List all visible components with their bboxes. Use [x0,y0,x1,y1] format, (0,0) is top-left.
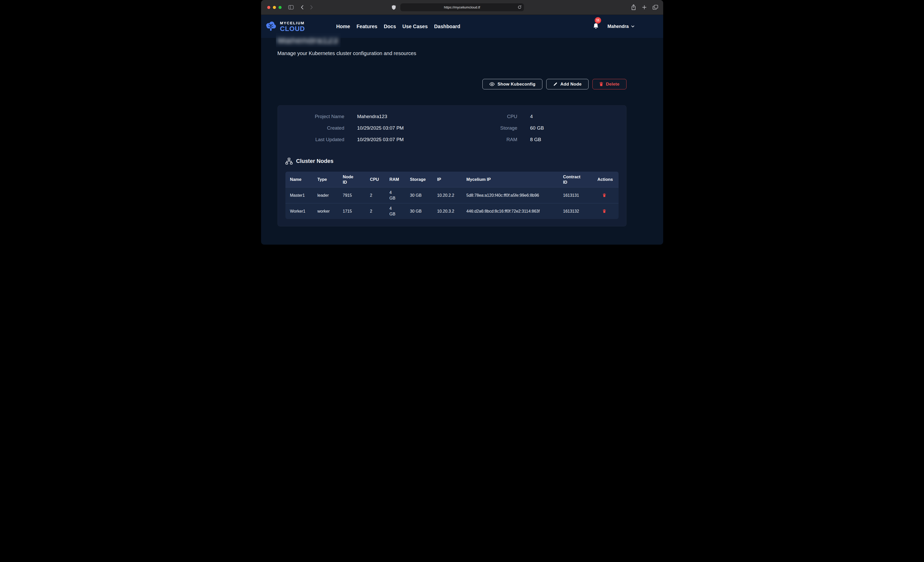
chrome-toolbar-right [631,4,658,11]
cell-contract-id: 1613131 [558,193,593,198]
main-content: Mahendra123 Manage your Kubernetes clust… [261,34,663,226]
info-row: Project Name Mahendra123 [285,114,452,121]
forward-icon[interactable] [310,5,313,10]
user-name: Mahendra [608,24,629,29]
cell-contract-id: 1613132 [558,209,593,214]
window-zoom-button[interactable] [279,6,282,9]
browser-chrome: https://myceliumcloud.tf [261,0,663,15]
info-row: Created 10/29/2025 03:07 PM [285,125,452,133]
new-tab-icon[interactable] [642,5,646,10]
cell-ram: 4 GB [385,190,405,201]
info-value: 4 [530,114,533,120]
show-kubeconfig-button[interactable]: Show Kubeconfig [482,79,542,90]
cell-storage: 30 GB [405,193,433,198]
browser-window: https://myceliumcloud.tf [261,0,663,245]
logo-line1: MYCELIUM [280,21,305,25]
cluster-card: Project Name Mahendra123 Created 10/29/2… [278,105,627,226]
cluster-info: Project Name Mahendra123 Created 10/29/2… [285,114,619,145]
info-label: Last Updated [285,137,344,142]
window-minimize-button[interactable] [273,6,276,9]
info-row: CPU 4 [452,114,619,121]
info-label: CPU [452,114,517,120]
navbar-right: 11 Mahendra [593,23,634,30]
delete-node-button[interactable] [603,209,606,213]
cell-storage: 30 GB [405,209,433,214]
cell-type: leader [313,193,338,198]
logo-text: MYCELIUM CLOUD [280,21,305,32]
nav-link-dashboard[interactable]: Dashboard [434,24,460,30]
info-value: 10/29/2025 03:07 PM [357,125,404,131]
tab-overview-icon[interactable] [652,5,658,11]
notifications-button[interactable]: 11 [593,23,599,30]
cell-ip: 10.20.3.2 [433,209,462,214]
column-header-storage: Storage [405,177,433,182]
column-header-node-id: Node ID [338,174,366,185]
cell-node-id: 7915 [338,193,366,198]
column-header-mycelium-ip: Mycelium IP [462,177,558,182]
info-row: Storage 60 GB [452,125,619,133]
cell-ram: 4 GB [385,206,405,217]
nav-link-use-cases[interactable]: Use Cases [402,24,428,30]
info-value: 8 GB [530,137,541,142]
nav-link-docs[interactable]: Docs [384,24,396,30]
nav-links: Home Features Docs Use Cases Dashboard [336,24,460,30]
info-row: Last Updated 10/29/2025 03:07 PM [285,137,452,145]
info-label: Storage [452,125,517,131]
show-kubeconfig-label: Show Kubeconfig [498,82,536,87]
chevron-down-icon [631,25,634,28]
cell-mycelium-ip: 5d8:78ea:a120:f40c:ff0f:a5fe:99e6:8b96 [462,193,558,198]
table-row: Master1 leader 7915 2 4 GB 30 GB 10.20.2… [285,187,619,203]
column-header-actions: Actions [593,177,619,182]
privacy-shield-icon[interactable] [392,5,396,10]
info-label: Created [285,125,344,131]
pencil-icon [553,82,558,86]
column-header-type: Type [313,177,338,182]
info-label: RAM [452,137,517,142]
cluster-info-left: Project Name Mahendra123 Created 10/29/2… [285,114,452,145]
sidebar-toggle-icon[interactable] [288,5,294,9]
eye-icon [489,82,495,86]
trash-icon [603,193,606,197]
cluster-actions: Show Kubeconfig Add Node Delete [278,79,627,90]
table-header-row: Name Type Node ID CPU RAM Storage IP Myc… [285,172,619,187]
delete-cluster-button[interactable]: Delete [592,79,627,90]
logo-line2: CLOUD [280,25,305,32]
nav-link-features[interactable]: Features [357,24,377,30]
cell-node-id: 1715 [338,209,366,214]
nav-link-home[interactable]: Home [336,24,350,30]
bell-icon [593,23,599,29]
cell-name: Master1 [285,193,313,198]
cluster-info-right: CPU 4 Storage 60 GB RAM 8 GB [452,114,619,145]
cell-name: Worker1 [285,209,313,214]
column-header-contract-id: Contract ID [558,174,593,185]
cluster-nodes-header: Cluster Nodes [285,158,619,164]
logo-icon [265,21,277,32]
cell-cpu: 2 [366,193,385,198]
reload-icon[interactable] [518,5,522,10]
share-icon[interactable] [631,4,636,11]
cell-type: worker [313,209,338,214]
window-close-button[interactable] [267,6,270,9]
cell-mycelium-ip: 446:d2a6:8bcd:8c16:ff0f:72e2:3114:863f [462,209,558,214]
column-header-cpu: CPU [366,177,385,182]
delete-node-button[interactable] [603,193,606,197]
trash-icon [599,82,603,86]
user-menu[interactable]: Mahendra [608,24,634,29]
delete-label: Delete [606,82,620,87]
back-icon[interactable] [301,5,304,10]
site-logo[interactable]: MYCELIUM CLOUD [265,21,305,32]
address-bar[interactable]: https://myceliumcloud.tf [400,3,524,11]
column-header-ram: RAM [385,177,405,182]
window-controls [267,6,282,9]
cluster-nodes-icon [285,158,292,164]
info-row: RAM 8 GB [452,137,619,145]
notification-badge: 11 [595,17,601,24]
add-node-button[interactable]: Add Node [546,79,588,90]
info-label: Project Name [285,114,344,120]
column-header-name: Name [285,177,313,182]
info-value: Mahendra123 [357,114,387,120]
info-value: 60 GB [530,125,544,131]
table-row: Worker1 worker 1715 2 4 GB 30 GB 10.20.3… [285,203,619,219]
add-node-label: Add Node [560,82,582,87]
nodes-table: Name Type Node ID CPU RAM Storage IP Myc… [285,172,619,219]
